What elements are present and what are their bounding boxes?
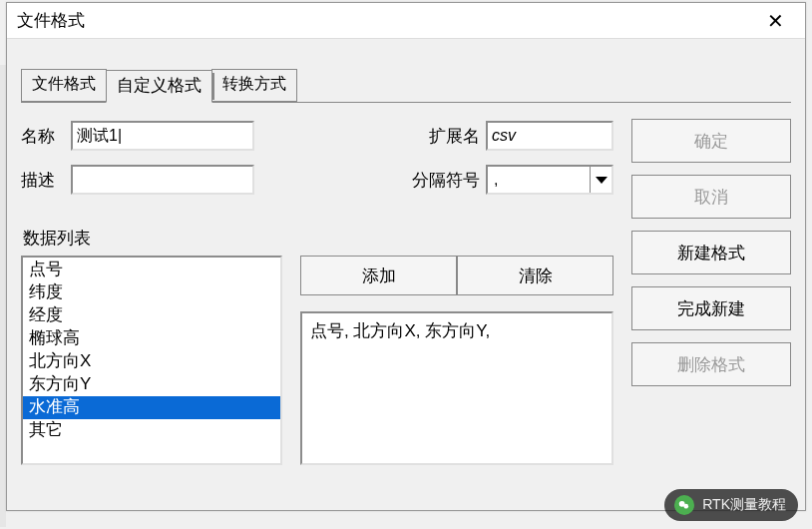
preview-text: 点号, 北方向X, 东方向Y,: [310, 321, 490, 340]
wechat-icon: [674, 495, 694, 515]
desc-input[interactable]: [71, 165, 254, 195]
watermark: RTK测量教程: [664, 489, 798, 521]
data-listbox[interactable]: 点号 纬度 经度 椭球高 北方向X 东方向Y 水准高 其它: [21, 256, 282, 465]
separator-combobox[interactable]: ,: [486, 165, 613, 195]
delete-format-button[interactable]: 删除格式: [631, 342, 791, 386]
side-buttons: 确定 取消 新建格式 完成新建 删除格式: [631, 119, 791, 465]
list-item[interactable]: 椭球高: [23, 327, 280, 350]
cancel-button[interactable]: 取消: [631, 175, 791, 219]
list-item[interactable]: 点号: [23, 259, 280, 281]
tab-strip: 文件格式 自定义格式 转换方式: [21, 69, 791, 102]
tab-convert-mode[interactable]: 转换方式: [211, 69, 297, 102]
tab-panel-custom-format: 名称 扩展名 描述: [21, 102, 791, 493]
list-item[interactable]: 经度: [23, 304, 280, 327]
preview-box: 点号, 北方向X, 东方向Y,: [300, 311, 613, 465]
list-item[interactable]: 其它: [23, 419, 280, 442]
window-title: 文件格式: [17, 9, 85, 32]
close-button[interactable]: ✕: [755, 6, 795, 36]
list-item[interactable]: 东方向Y: [23, 373, 280, 396]
client-area: 文件格式 自定义格式 转换方式 名称: [7, 39, 805, 510]
dialog-window: 文件格式 ✕ 文件格式 自定义格式 转换方式 名称: [6, 2, 806, 511]
desc-label: 描述: [21, 169, 71, 192]
list-item[interactable]: 北方向X: [23, 350, 280, 373]
list-item[interactable]: 纬度: [23, 281, 280, 304]
separator-value: ,: [494, 171, 498, 189]
titlebar: 文件格式 ✕: [7, 3, 805, 39]
sep-label: 分隔符号: [396, 169, 486, 192]
ext-label: 扩展名: [416, 125, 486, 148]
tab-label: 自定义格式: [117, 76, 202, 95]
watermark-text: RTK测量教程: [702, 496, 786, 514]
name-label: 名称: [21, 125, 71, 148]
tab-file-format[interactable]: 文件格式: [21, 69, 107, 102]
close-icon: ✕: [767, 9, 784, 33]
svg-point-1: [684, 504, 689, 509]
new-format-button[interactable]: 新建格式: [631, 231, 791, 274]
combo-dropdown-button[interactable]: [590, 167, 611, 193]
finish-new-button[interactable]: 完成新建: [631, 286, 791, 330]
clear-button[interactable]: 清除: [457, 256, 613, 295]
add-button[interactable]: 添加: [300, 256, 457, 295]
data-list-label: 数据列表: [23, 227, 613, 250]
ext-input[interactable]: [486, 121, 613, 151]
tab-custom-format[interactable]: 自定义格式: [106, 70, 212, 103]
ok-button[interactable]: 确定: [631, 119, 791, 163]
name-input[interactable]: [71, 121, 254, 151]
chevron-down-icon: [596, 177, 608, 184]
tab-label: 文件格式: [32, 75, 96, 92]
tab-label: 转换方式: [222, 75, 286, 92]
list-item[interactable]: 水准高: [23, 396, 280, 419]
